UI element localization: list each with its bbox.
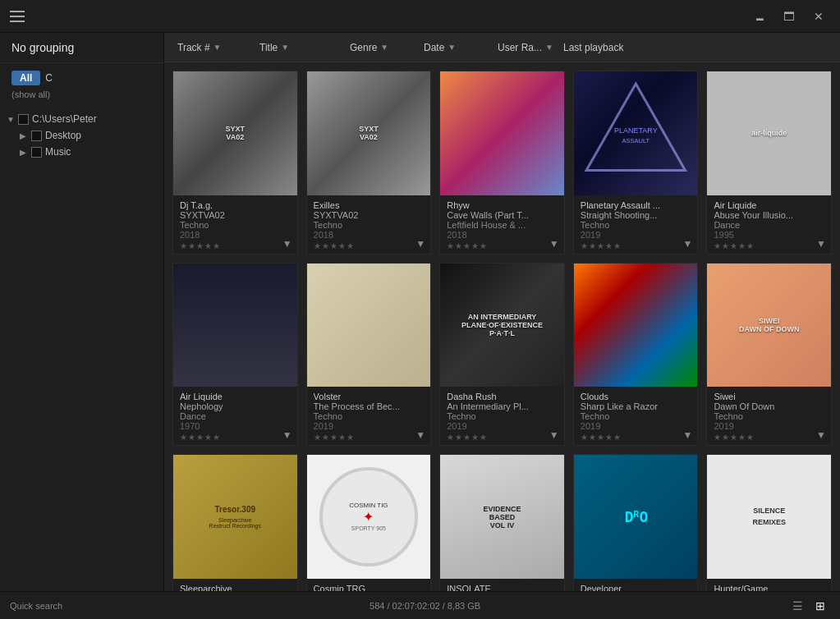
album-title: Sharp Like a Razor [581,401,691,411]
album-art: PLANETARYASSAULT [574,71,698,195]
col-header-rating[interactable]: User Ra... ▼ [491,33,557,62]
album-art: Tresor.309SleeparchiveRestruct Recording… [173,455,297,579]
album-art: SIWEI DAWN OF DOWN [707,264,831,387]
album-art [307,264,431,387]
expand-button[interactable]: ▼ [414,429,427,442]
root-label: C:\Users\Peter [32,113,97,125]
album-title: Dawn Of Down [714,401,824,411]
title-filter-icon: ▼ [281,43,289,52]
album-title: Nephology [180,401,291,411]
album-card[interactable]: Tresor.309SleeparchiveRestruct Recording… [172,454,298,591]
album-card[interactable]: air-liquideAir LiquideAbuse Your Illusio… [706,71,832,254]
album-genre: Techno [581,220,609,230]
maximize-button[interactable]: 🗖 [778,5,801,28]
desktop-label: Desktop [45,130,81,141]
album-card[interactable]: PLANETARYASSAULTPlanetary Assault ...Str… [573,71,699,254]
expand-button[interactable]: ▼ [681,429,694,442]
album-card[interactable]: CloudsSharp Like a RazorTechno2019★★★★★▼ [573,263,699,447]
grid-view-button[interactable]: ⊞ [810,596,830,616]
expand-button[interactable]: ▼ [548,429,561,442]
album-grid-area[interactable]: SYXT VA02Dj T.a.g.SYXTVA02Techno2018★★★★… [164,62,840,591]
album-card[interactable]: COSMIN TIG✦SPORTY 905Cosmin TRGRomanian … [306,454,432,591]
album-artist: Planetary Assault ... [581,200,691,210]
album-title: An Intermediary Pl... [447,401,558,411]
album-title: SYXTVA02 [314,210,425,220]
album-artist: Clouds [581,392,691,401]
album-card[interactable]: AN INTERMEDIARY PLANE·OF·EXISTENCE P·A·T… [439,263,565,447]
album-grid: SYXT VA02Dj T.a.g.SYXTVA02Techno2018★★★★… [172,71,832,591]
col-genre-label: Genre [350,42,377,53]
album-card[interactable]: DᴿODeveloperDesolateTechno2019★★★★★▼ [573,454,699,591]
album-art [574,264,698,387]
album-card[interactable]: SYXT VA02ExillesSYXTVA02Techno2018★★★★★▼ [306,71,432,254]
col-header-title[interactable]: Title ▼ [253,33,343,62]
col-header-track[interactable]: Track # ▼ [171,33,253,62]
col-header-date[interactable]: Date ▼ [417,33,491,62]
collapse-icon: ▼ [7,115,15,124]
expand-button[interactable]: ▼ [815,237,828,250]
album-stars: ★★★★★ [714,241,824,250]
music-checkbox[interactable] [31,147,42,158]
album-stars: ★★★★★ [314,433,425,442]
music-expand-icon: ▶ [20,148,28,157]
sidebar: No grouping All C (show all) ▼ C:\Users\… [0,33,164,591]
expand-button[interactable]: ▼ [681,237,694,250]
album-art: air-liquide [707,71,831,195]
col-title-label: Title [259,42,278,53]
expand-button[interactable]: ▼ [281,237,294,250]
album-art: COSMIN TIG✦SPORTY 905 [307,455,431,579]
album-card[interactable]: VolsterThe Process of Bec...Techno2019★★… [306,263,432,447]
titlebar-left [10,11,25,22]
album-artist: Siwei [714,392,824,401]
close-button[interactable]: ✕ [807,5,830,28]
album-art: AN INTERMEDIARY PLANE·OF·EXISTENCE P·A·T… [440,264,564,387]
expand-button[interactable]: ▼ [281,429,294,442]
album-genre: Techno [581,411,609,421]
album-title: The Process of Bec... [314,401,425,411]
album-card[interactable]: SYXT VA02Dj T.a.g.SYXTVA02Techno2018★★★★… [172,71,298,254]
menu-icon[interactable] [10,11,25,22]
tree-item-desktop[interactable]: ▶ Desktop [13,127,163,144]
tree-item-music[interactable]: ▶ Music [13,144,163,160]
album-artist: Cosmin TRG [314,584,425,591]
album-artist: Air Liquide [714,200,824,210]
desktop-checkbox[interactable] [31,131,42,141]
col-header-genre[interactable]: Genre ▼ [343,33,417,62]
album-artist: Air Liquide [180,392,291,401]
album-year-line: 2018 [447,230,558,240]
album-year-line: 2019 [314,421,425,431]
album-genre: Techno [180,220,209,230]
expand-button[interactable]: ▼ [815,429,828,442]
minimize-button[interactable]: 🗕 [748,5,771,28]
album-card[interactable]: SIWEI DAWN OF DOWNSiweiDawn Of DownTechn… [706,263,832,447]
album-stars: ★★★★★ [180,433,291,442]
album-card[interactable]: EVIDENCEBASEDVOL IVINSOLATEEvidence Base… [439,454,565,591]
expand-button[interactable]: ▼ [548,237,561,250]
show-all-link[interactable]: (show all) [11,89,163,99]
album-card[interactable]: RhywCave Walls (Part T...Leftfield House… [439,71,565,254]
filter-all-row[interactable]: All C [0,68,163,88]
expand-button[interactable]: ▼ [414,237,427,250]
album-art [440,71,564,195]
svg-text:PLANETARY: PLANETARY [614,126,658,135]
list-view-button[interactable]: ☰ [787,596,807,616]
bottombar: Quick search 584 / 02:07:02:02 / 8,83 GB… [0,591,840,619]
album-stars: ★★★★★ [314,241,425,250]
album-year-line: 2019 [581,230,691,240]
album-title: Cave Walls (Part T... [447,210,558,220]
col-lastplay-label: Last playback [563,42,623,53]
quick-search-label[interactable]: Quick search [10,601,62,611]
tree-children: ▶ Desktop ▶ Music [0,127,163,160]
root-checkbox[interactable] [18,114,29,125]
view-buttons: ☰ ⊞ [787,596,830,616]
album-card[interactable]: Air LiquideNephologyDance1970★★★★★▼ [172,263,298,447]
col-header-lastplay[interactable]: Last playback [557,33,647,62]
album-art [173,264,297,387]
album-title: SYXTVA02 [180,210,291,220]
album-card[interactable]: SILENCEREMIXESHunter/GameSilence Remixes… [706,454,832,591]
album-art: SYXT VA02 [173,71,297,195]
track-filter-icon: ▼ [213,43,222,52]
album-stars: ★★★★★ [581,433,691,442]
rating-filter-icon: ▼ [545,43,553,52]
tree-item-root[interactable]: ▼ C:\Users\Peter [0,111,163,127]
